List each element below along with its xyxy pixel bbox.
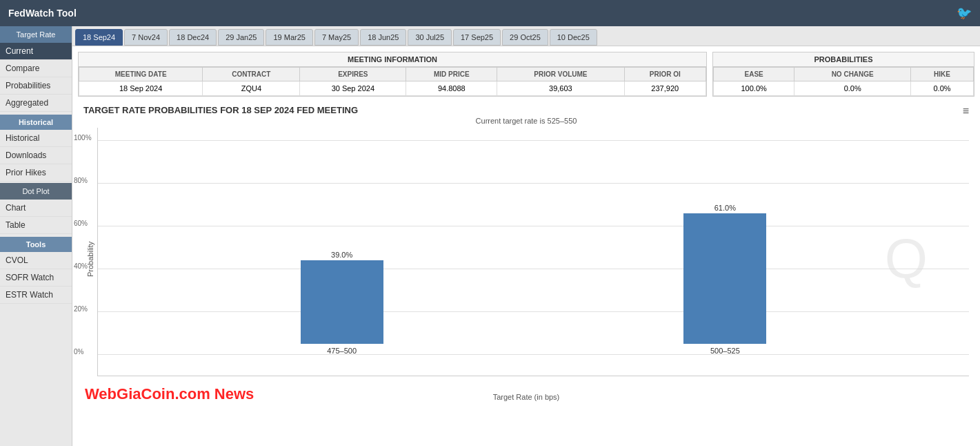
probabilities-header: PROBABILITIES xyxy=(713,52,974,67)
col-ease: EASE xyxy=(714,68,794,81)
tab-7Nov24[interactable]: 7 Nov24 xyxy=(124,29,168,46)
cell-prior-oi: 237,920 xyxy=(624,81,706,96)
historical-group-label: Historical xyxy=(0,115,72,130)
col-prior-oi: PRIOR OI xyxy=(624,68,706,81)
bar xyxy=(683,213,766,344)
dot-plot-tab[interactable]: Dot Plot xyxy=(0,183,72,200)
table-row: 18 Sep 2024 ZQU4 30 Sep 2024 94.8088 39,… xyxy=(79,81,706,96)
sidebar-item-chart[interactable]: Chart xyxy=(0,200,72,217)
col-mid-price: MID PRICE xyxy=(406,68,497,81)
tab-29Jan25[interactable]: 29 Jan25 xyxy=(218,29,264,46)
chart-menu-icon[interactable]: ≡ xyxy=(963,105,969,117)
col-expires: EXPIRES xyxy=(300,68,406,81)
cell-contract: ZQU4 xyxy=(203,81,300,96)
cell-ease: 100.0% xyxy=(714,81,794,96)
tab-7May25[interactable]: 7 May25 xyxy=(314,29,359,46)
grid-line xyxy=(98,311,969,312)
cell-mid-price: 94.8088 xyxy=(406,81,497,96)
cell-prior-volume: 39,603 xyxy=(497,81,624,96)
cell-expires: 30 Sep 2024 xyxy=(300,81,406,96)
tab-10Dec25[interactable]: 10 Dec25 xyxy=(550,29,597,46)
x-axis-label: Target Rate (in bps) xyxy=(83,393,969,401)
meeting-info-table: MEETING DATE CONTRACT EXPIRES MID PRICE … xyxy=(79,67,706,96)
sidebar-item-aggregated[interactable]: Aggregated xyxy=(0,95,72,112)
tab-17Sep25[interactable]: 17 Sep25 xyxy=(453,29,501,46)
tab-18Sep24[interactable]: 18 Sep24 xyxy=(75,29,123,46)
grid-line xyxy=(98,354,969,355)
cell-no-change: 0.0% xyxy=(794,81,911,96)
sidebar: Target Rate Current Compare Probabilitie… xyxy=(0,26,72,446)
col-meeting-date: MEETING DATE xyxy=(79,68,203,81)
sidebar-item-downloads[interactable]: Downloads xyxy=(0,147,72,164)
info-section: MEETING INFORMATION MEETING DATE CONTRAC… xyxy=(78,52,974,97)
tools-group-label: Tools xyxy=(0,237,72,252)
chart-subtitle: Current target rate is 525–550 xyxy=(83,117,969,125)
y-tick-label: 0% xyxy=(74,348,83,356)
bar-top-label: 39.0% xyxy=(331,251,352,259)
sidebar-item-current[interactable]: Current xyxy=(0,43,72,60)
sidebar-item-historical[interactable]: Historical xyxy=(0,130,72,147)
app-title: FedWatch Tool xyxy=(8,8,77,19)
bar-bottom-label: 475–500 xyxy=(327,347,357,355)
target-rate-section[interactable]: Target Rate xyxy=(0,26,72,43)
sidebar-item-compare[interactable]: Compare xyxy=(0,60,72,77)
y-tick-label: 20% xyxy=(74,305,88,313)
tab-18Dec24[interactable]: 18 Dec24 xyxy=(169,29,217,46)
tab-29Oct25[interactable]: 29 Oct25 xyxy=(502,29,548,46)
tab-19Mar25[interactable]: 19 Mar25 xyxy=(266,29,312,46)
y-axis-label: Probability xyxy=(83,128,97,390)
main-layout: Target Rate Current Compare Probabilitie… xyxy=(0,26,980,446)
bar-group: 61.0%500–525 xyxy=(683,204,766,355)
grid-line xyxy=(98,183,969,184)
probabilities-table: EASE NO CHANGE HIKE 100.0% 0.0% 0.0% xyxy=(713,67,974,96)
col-no-change: NO CHANGE xyxy=(794,68,911,81)
sidebar-item-probabilities[interactable]: Probabilities xyxy=(0,77,72,95)
meeting-info-box: MEETING INFORMATION MEETING DATE CONTRAC… xyxy=(78,52,707,97)
grid-line xyxy=(98,140,969,141)
col-prior-volume: PRIOR VOLUME xyxy=(497,68,624,81)
y-tick-label: 40% xyxy=(74,262,88,270)
col-contract: CONTRACT xyxy=(203,68,300,81)
bar-top-label: 61.0% xyxy=(714,204,736,212)
col-hike: HIKE xyxy=(911,68,974,81)
app-header: FedWatch Tool 🐦 xyxy=(0,0,980,26)
twitter-icon[interactable]: 🐦 xyxy=(957,6,972,21)
y-tick-label: 60% xyxy=(74,220,88,227)
grid-line xyxy=(98,269,969,269)
tab-18Jun25[interactable]: 18 Jun25 xyxy=(360,29,406,46)
bar-group: 39.0%475–500 xyxy=(301,251,383,355)
sidebar-item-cvol[interactable]: CVOL xyxy=(0,252,72,269)
main-content: MEETING INFORMATION MEETING DATE CONTRAC… xyxy=(72,46,980,446)
chart-area: Probability 0%20%40%60%80%100%39.0%475–5… xyxy=(83,128,969,390)
bar xyxy=(301,260,383,344)
meeting-info-header: MEETING INFORMATION xyxy=(79,52,706,67)
y-tick-label: 100% xyxy=(74,134,92,142)
sidebar-item-prior-hikes[interactable]: Prior Hikes xyxy=(0,164,72,182)
sidebar-item-table[interactable]: Table xyxy=(0,217,72,234)
bar-bottom-label: 500–525 xyxy=(710,347,740,355)
content-area: 18 Sep247 Nov2418 Dec2429 Jan2519 Mar257… xyxy=(72,26,980,446)
cell-meeting-date: 18 Sep 2024 xyxy=(79,81,203,96)
chart-title: TARGET RATE PROBABILITIES FOR 18 SEP 202… xyxy=(83,105,969,115)
tab-bar: 18 Sep247 Nov2418 Dec2429 Jan2519 Mar257… xyxy=(72,26,980,46)
sidebar-item-estr[interactable]: ESTR Watch xyxy=(0,287,72,304)
probabilities-box: PROBABILITIES EASE NO CHANGE HIKE 100.0% xyxy=(712,52,974,97)
prob-row: 100.0% 0.0% 0.0% xyxy=(714,81,974,96)
grid-line xyxy=(98,226,969,226)
cell-hike: 0.0% xyxy=(911,81,974,96)
sidebar-item-sofr[interactable]: SOFR Watch xyxy=(0,269,72,287)
chart-container: TARGET RATE PROBABILITIES FOR 18 SEP 202… xyxy=(78,102,974,445)
tab-30Jul25[interactable]: 30 Jul25 xyxy=(408,29,452,46)
y-tick-label: 80% xyxy=(74,177,88,184)
chart-plot: 0%20%40%60%80%100%39.0%475–50061.0%500–5… xyxy=(97,128,969,376)
